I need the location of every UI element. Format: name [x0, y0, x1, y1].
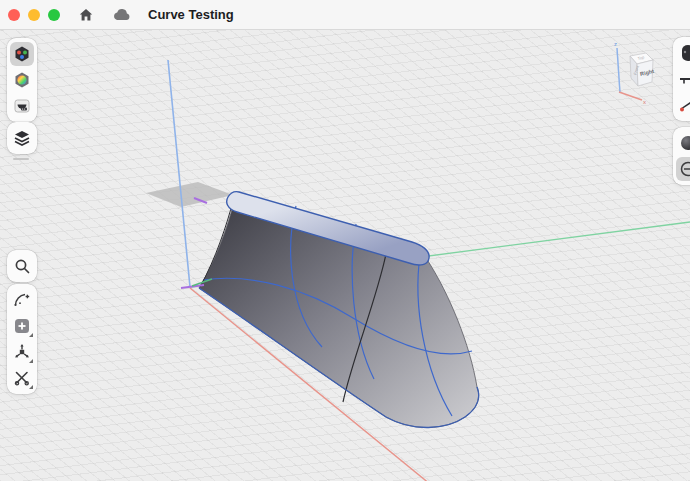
add-body-button[interactable] — [10, 314, 34, 338]
viewcube-cube[interactable]: Top Front Right — [630, 53, 655, 86]
shading-sphere-icon — [679, 134, 690, 152]
home-icon — [78, 7, 94, 23]
measure-icon — [679, 96, 690, 114]
viewport-3d[interactable] — [0, 30, 690, 481]
home-button[interactable] — [78, 7, 94, 23]
flyout-indicator — [29, 333, 33, 337]
search-icon — [14, 258, 31, 275]
display-panel — [673, 127, 690, 185]
viewcube-axis-z — [617, 48, 620, 93]
modify-tools-button[interactable] — [10, 366, 34, 390]
cloud-sync-icon — [112, 7, 132, 22]
items-panel-icon — [679, 44, 690, 62]
close-button[interactable] — [8, 9, 20, 21]
viewcube-x-label: x — [643, 99, 646, 105]
environment-icon — [13, 97, 31, 115]
cloud-sync-button[interactable] — [112, 7, 132, 22]
titlebar: Curve Testing — [0, 0, 690, 30]
search-button[interactable] — [10, 254, 34, 278]
ruler-icon — [679, 70, 690, 88]
items-panel-button[interactable] — [676, 41, 690, 65]
axis-z-blue — [168, 60, 190, 287]
appearance-panel — [7, 38, 37, 122]
view-settings-button[interactable] — [676, 157, 690, 181]
scene-canvas[interactable] — [0, 30, 690, 481]
traffic-lights — [8, 9, 60, 21]
layers-button[interactable] — [10, 126, 34, 150]
ruler-button[interactable] — [676, 67, 690, 91]
flyout-indicator — [29, 385, 33, 389]
view-cube[interactable]: z x Top Front Right — [600, 38, 670, 110]
sidebar-divider — [13, 158, 29, 160]
sketch-arc-icon — [13, 291, 31, 309]
viewcube-z-label: z — [614, 41, 617, 47]
material-icon — [13, 71, 31, 89]
material-button[interactable] — [10, 68, 34, 92]
expand-button[interactable] — [48, 9, 60, 21]
environment-button[interactable] — [10, 94, 34, 118]
color-bodies-button[interactable] — [10, 42, 34, 66]
search-panel — [7, 250, 37, 282]
viewcube-axis-x — [619, 92, 642, 100]
shading-button[interactable] — [676, 131, 690, 155]
color-bodies-icon — [13, 45, 31, 63]
measure-button[interactable] — [676, 93, 690, 117]
measure-panel — [673, 37, 690, 121]
construction-plane[interactable] — [146, 182, 233, 207]
layers-icon — [13, 129, 31, 147]
layers-panel — [7, 122, 37, 154]
transform-button[interactable] — [10, 340, 34, 364]
tools-panel — [7, 284, 37, 394]
sketch-arc-button[interactable] — [10, 288, 34, 312]
flyout-indicator — [29, 359, 33, 363]
minimize-button[interactable] — [28, 9, 40, 21]
document-title: Curve Testing — [148, 7, 234, 22]
view-settings-icon — [679, 160, 690, 178]
